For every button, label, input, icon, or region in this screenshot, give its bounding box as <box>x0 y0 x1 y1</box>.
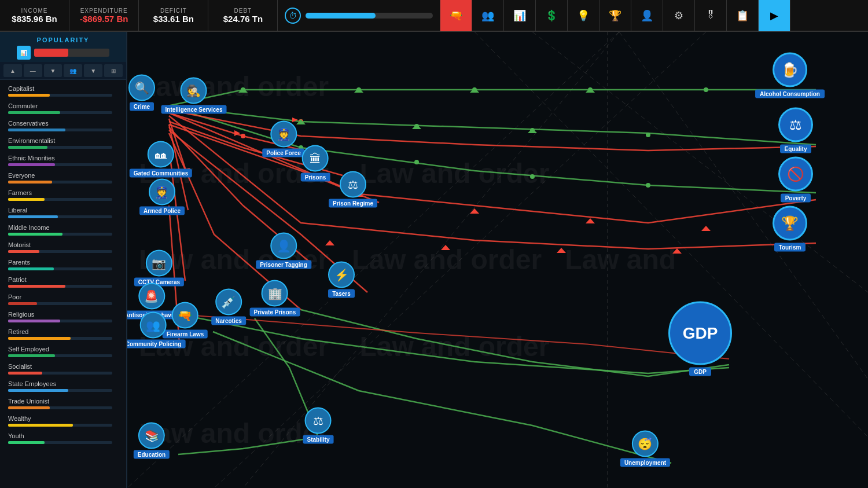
voter-item[interactable]: State Employees <box>0 377 126 395</box>
topbar: INCOME $835.96 Bn EXPENDITURE -$869.57 B… <box>0 0 868 32</box>
policy-crime[interactable]: 🔍 Crime <box>128 75 155 111</box>
voter-bar-fill <box>8 424 73 427</box>
policy-prison_regime[interactable]: ⚖ Prison Regime <box>329 171 377 208</box>
voter-bar-fill <box>8 94 50 97</box>
achievements-btn[interactable]: 🏆 <box>599 0 631 31</box>
policy-prisoner_tagging[interactable]: 👤 Prisoner Tagging <box>256 233 311 269</box>
policy-btn[interactable]: 🔫 <box>440 0 472 31</box>
voter-item[interactable]: Parents <box>0 256 126 273</box>
svg-point-9 <box>472 87 477 92</box>
filter-down-btn[interactable]: ▼ <box>44 64 62 77</box>
policy-education[interactable]: 📚 Education <box>134 423 170 459</box>
main-canvas: Law and order Law and order Law and orde… <box>127 32 868 488</box>
voter-name: Motorist <box>8 241 118 248</box>
charts-btn[interactable]: 📊 <box>504 0 536 31</box>
policy-armed_police[interactable]: 👮 Armed Police <box>139 179 185 215</box>
voter-name: Socialist <box>8 363 118 370</box>
policy-prisons[interactable]: 🏛 Prisons <box>301 145 330 182</box>
filter-grid-btn[interactable]: ⊞ <box>104 64 123 77</box>
filter-up-btn[interactable]: ▲ <box>3 64 22 77</box>
filter-flat-btn[interactable]: — <box>24 64 42 77</box>
play-button[interactable]: ▶ <box>759 0 790 31</box>
policy-intelligence[interactable]: 🕵 Intelligence Services <box>161 78 227 114</box>
log-btn[interactable]: 📋 <box>727 0 759 31</box>
policy-icon-narcotics: 💉 <box>215 289 242 315</box>
ideas-btn[interactable]: 💡 <box>568 0 599 31</box>
voter-item[interactable]: Capitalist <box>0 82 126 100</box>
outcome-label-gdp: GDP <box>689 368 711 376</box>
policy-community_policing[interactable]: 👥 Community Policing <box>127 312 185 348</box>
voter-item[interactable]: Middle Income <box>0 221 126 239</box>
voter-item[interactable]: Commuter <box>0 100 126 117</box>
voter-item[interactable]: Everyone <box>0 169 126 186</box>
policy-label-intelligence: Intelligence Services <box>161 105 227 114</box>
voter-item[interactable]: Liberal <box>0 204 126 221</box>
policy-label-police_force: Police Force <box>262 149 304 157</box>
policy-stability[interactable]: ⚖ Stability <box>303 408 334 444</box>
pop-filter-row: ▲ — ▼ 👥 ▼ ⊞ <box>0 62 126 80</box>
voter-name: Youth <box>8 432 118 439</box>
voter-item[interactable]: Trade Unionist <box>0 395 126 412</box>
voters-btn[interactable]: 👥 <box>472 0 504 31</box>
voter-item[interactable]: Ethnic Minorities <box>0 152 126 169</box>
voter-item[interactable]: Self Employed <box>0 343 126 360</box>
policy-gated[interactable]: 🏘 Gated Communities <box>130 141 192 178</box>
policy-cctv[interactable]: 📷 CCTV Cameras <box>134 250 184 287</box>
svg-point-11 <box>704 87 708 92</box>
voter-item[interactable]: Patriot <box>0 273 126 291</box>
voter-name: Self Employed <box>8 346 118 353</box>
policy-tasers[interactable]: ⚡ Tasers <box>328 262 355 298</box>
policy-label-tasers: Tasers <box>328 289 355 298</box>
voter-item[interactable]: Farmers <box>0 186 126 204</box>
policy-narcotics[interactable]: 💉 Narcotics <box>211 289 246 325</box>
voter-item[interactable]: Environmentalist <box>0 134 126 152</box>
svg-marker-39 <box>672 248 682 254</box>
voter-bar-bg <box>8 285 112 288</box>
voter-bar-fill <box>8 285 65 288</box>
cabinet-btn[interactable]: 👤 <box>631 0 663 31</box>
voter-item[interactable]: Motorist <box>0 239 126 256</box>
outcome-alcohol[interactable]: 🍺 Alcohol Consumption <box>755 53 825 98</box>
outcome-icon-gdp: GDP <box>668 302 732 365</box>
voter-item[interactable]: Poor <box>0 291 126 308</box>
filter-small-btn[interactable]: ▼ <box>84 64 102 77</box>
outcome-label-equality: Equality <box>780 145 812 153</box>
budget-btn[interactable]: 💲 <box>536 0 568 31</box>
voter-item[interactable]: Retired <box>0 325 126 343</box>
toolbar-buttons: 🔫 👥 📊 💲 💡 🏆 👤 ⚙ 🎖 📋 ▶ <box>440 0 790 31</box>
expenditure-value: -$869.57 Bn <box>80 14 128 24</box>
svg-marker-36 <box>325 240 334 245</box>
outcome-equality[interactable]: ⚖ Equality <box>778 108 813 153</box>
outcome-tourism[interactable]: 🏆 Tourism <box>773 206 807 252</box>
filter-group-btn[interactable]: 👥 <box>64 64 82 77</box>
voter-name: Ethnic Minorities <box>8 155 118 162</box>
voter-item[interactable]: Youth <box>0 430 126 447</box>
expenditure-block: EXPENDITURE -$869.57 Bn <box>69 0 139 31</box>
voter-bar-fill <box>8 406 50 409</box>
outcome-icon-poverty: 🚫 <box>778 157 813 192</box>
policy-icon-tasers: ⚡ <box>328 262 355 288</box>
policy-private_prisons[interactable]: 🏢 Private Prisons <box>250 280 300 317</box>
outcome-gdp[interactable]: GDP GDP <box>668 302 732 376</box>
voter-item[interactable]: Wealthy <box>0 412 126 430</box>
clock-icon: ⏱ <box>285 8 301 24</box>
voter-item[interactable]: Conservatives <box>0 117 126 134</box>
voter-bar-bg <box>8 129 112 131</box>
policy-label-prisons: Prisons <box>301 173 330 182</box>
voter-item[interactable]: Religious <box>0 308 126 325</box>
outcome-poverty[interactable]: 🚫 Poverty <box>778 157 813 203</box>
profile-btn[interactable]: 🎖 <box>695 0 727 31</box>
policy-unemployment[interactable]: 😴 Unemployment <box>620 431 670 467</box>
outcome-label-poverty: Poverty <box>781 194 811 203</box>
voter-bar-bg <box>8 163 112 166</box>
voter-item[interactable]: Socialist <box>0 360 126 377</box>
voter-name: Retired <box>8 328 118 335</box>
voter-name: Everyone <box>8 172 118 179</box>
income-value: $835.96 Bn <box>12 14 57 24</box>
policy-icon-prison_regime: ⚖ <box>340 171 366 198</box>
voter-bar-fill <box>8 372 42 375</box>
voter-bar-bg <box>8 424 112 427</box>
settings-btn[interactable]: ⚙ <box>663 0 695 31</box>
policy-police_force[interactable]: 👮 Police Force <box>262 121 304 157</box>
policy-icon-crime: 🔍 <box>128 75 155 101</box>
